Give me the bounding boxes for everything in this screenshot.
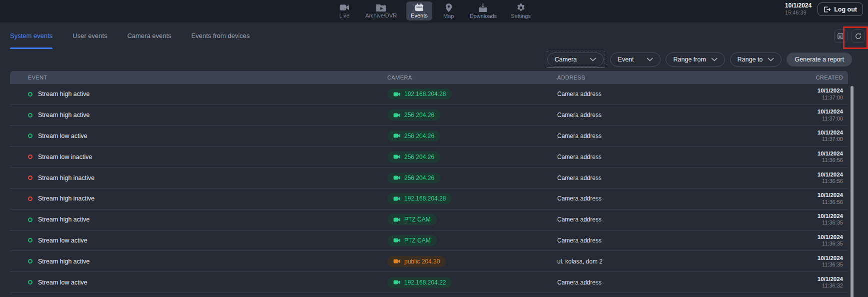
- table-row[interactable]: Stream high active PTZ CAM Camera addres…: [10, 210, 848, 230]
- table-row[interactable]: Stream low active 256 204.26 Camera addr…: [10, 126, 848, 147]
- nav-label: Events: [411, 12, 428, 18]
- event-label: Stream high inactive: [38, 195, 94, 202]
- video-camera-icon: [393, 196, 400, 202]
- camera-name: 192.168.204.22: [404, 279, 446, 286]
- created-date: 10/1/2024: [763, 108, 843, 115]
- tab-events-from-devices[interactable]: Events from devices: [191, 22, 250, 49]
- logout-button[interactable]: Log out: [818, 2, 863, 16]
- nav-item-events[interactable]: Events: [406, 2, 432, 20]
- tab-camera-events[interactable]: Camera events: [127, 22, 171, 49]
- address-cell: Camera address: [557, 174, 763, 182]
- camera-name: 256 204.26: [404, 154, 434, 160]
- event-label: Stream high active: [38, 258, 90, 265]
- generate-report-button[interactable]: Generate a report: [787, 52, 852, 66]
- status-ring-icon: [28, 196, 32, 201]
- status-ring-icon: [28, 280, 32, 284]
- download-box-icon: [479, 4, 487, 12]
- camera-badge[interactable]: 256 204.26: [387, 152, 440, 162]
- range-from-label: Range from: [673, 56, 706, 63]
- table-row[interactable]: Stream high active 256 204.26 Camera add…: [10, 105, 848, 126]
- nav-item-settings[interactable]: Settings: [506, 2, 535, 20]
- table-row[interactable]: Stream low active 192.168.204.22 Camera …: [10, 272, 848, 293]
- report-view-button[interactable]: [834, 30, 848, 43]
- nav-item-downloads[interactable]: Downloads: [465, 2, 501, 20]
- table-body: Stream high active 192.168.204.28 Camera…: [10, 84, 848, 293]
- table-header: EVENT CAMERA ADDRESS CREATED: [10, 71, 848, 84]
- created-time: 11:36:56: [763, 178, 843, 185]
- created-cell: 10/1/2024 11:37:00: [763, 108, 843, 122]
- address-cell: Camera address: [557, 90, 763, 98]
- nav-label: Map: [443, 13, 454, 19]
- nav-label: Downloads: [470, 13, 497, 19]
- camera-badge[interactable]: 256 204.26: [387, 130, 440, 142]
- camera-badge[interactable]: 192.168.204.28: [387, 193, 452, 204]
- table-row[interactable]: Stream high active public 204.30 ul. kol…: [10, 251, 848, 272]
- table-row[interactable]: Stream high inactive 192.168.204.28 Came…: [10, 188, 848, 210]
- event-filter-label: Event: [618, 56, 634, 63]
- event-label: Stream high inactive: [38, 174, 94, 182]
- event-cell: Stream low active: [28, 132, 387, 140]
- event-label: Stream high active: [38, 112, 90, 118]
- created-time: 11:36:56: [763, 199, 843, 206]
- created-cell: 10/1/2024 11:36:35: [763, 254, 843, 268]
- status-ring-icon: [28, 218, 32, 222]
- event-label: Stream low active: [38, 237, 87, 244]
- nav-label: Settings: [511, 13, 531, 19]
- created-date: 10/1/2024: [763, 254, 843, 262]
- created-time: 11:37:00: [763, 136, 843, 143]
- table-row[interactable]: Stream low inactive 256 204.26 Camera ad…: [10, 146, 848, 168]
- created-cell: 10/1/2024 11:36:56: [763, 171, 843, 185]
- camera-badge[interactable]: 192.168.204.22: [387, 277, 452, 288]
- nav-item-live[interactable]: Live: [333, 2, 356, 20]
- created-time: 11:36:56: [763, 157, 843, 164]
- video-camera-icon: [393, 112, 400, 118]
- tab-user-events[interactable]: User events: [72, 22, 107, 49]
- created-cell: 10/1/2024 11:37:00: [763, 87, 843, 101]
- video-camera-icon: [393, 133, 400, 138]
- address-cell: Camera address: [557, 195, 763, 202]
- nav-item-map[interactable]: Map: [437, 2, 460, 20]
- vertical-scrollbar[interactable]: [851, 86, 854, 297]
- tab-system-events[interactable]: System events: [10, 22, 52, 49]
- event-filter-dropdown[interactable]: Event: [610, 52, 661, 66]
- event-label: Stream high active: [38, 90, 90, 98]
- range-to-dropdown[interactable]: Range to: [730, 52, 782, 66]
- camera-name: 192.168.204.28: [404, 195, 446, 202]
- tabs: System events User events Camera events …: [10, 22, 250, 49]
- archive-folder-icon: [376, 4, 386, 12]
- refresh-button[interactable]: [852, 30, 865, 43]
- camera-cell: PTZ CAM: [387, 235, 557, 246]
- range-from-dropdown[interactable]: Range from: [666, 52, 725, 66]
- camera-filter-dropdown[interactable]: Camera: [547, 52, 604, 66]
- camera-badge[interactable]: 256 204.26: [387, 172, 440, 184]
- gear-icon: [517, 4, 525, 12]
- address-cell: Camera address: [557, 112, 763, 118]
- camera-badge[interactable]: PTZ CAM: [387, 214, 437, 225]
- created-date: 10/1/2024: [763, 171, 843, 178]
- event-cell: Stream high inactive: [28, 195, 387, 202]
- created-date: 10/1/2024: [763, 129, 843, 136]
- created-time: 11:36:35: [763, 240, 843, 248]
- camera-name: 256 204.26: [404, 174, 434, 182]
- video-camera-icon: [339, 4, 349, 12]
- created-date: 10/1/2024: [763, 234, 843, 240]
- created-cell: 10/1/2024 11:37:00: [763, 129, 843, 143]
- camera-badge[interactable]: public 204.30: [387, 256, 446, 267]
- created-cell: 10/1/2024 11:36:32: [763, 276, 843, 290]
- table-row[interactable]: Stream high inactive 256 204.26 Camera a…: [10, 168, 848, 188]
- address-cell: Camera address: [557, 216, 763, 223]
- camera-badge[interactable]: 256 204.26: [387, 110, 440, 120]
- camera-badge[interactable]: PTZ CAM: [387, 235, 437, 246]
- events-table: EVENT CAMERA ADDRESS CREATED Stream high…: [10, 71, 848, 297]
- nav-item-archive-dvr[interactable]: Archive/DVR: [361, 2, 401, 20]
- camera-cell: public 204.30: [387, 256, 557, 267]
- event-cell: Stream low active: [28, 237, 387, 244]
- table-row[interactable]: Stream low active PTZ CAM Camera address…: [10, 230, 848, 252]
- table-row[interactable]: Stream high active 192.168.204.28 Camera…: [10, 84, 848, 105]
- video-camera-icon: [393, 92, 400, 97]
- camera-badge[interactable]: 192.168.204.28: [387, 88, 452, 100]
- camera-name: 256 204.26: [404, 112, 434, 118]
- video-camera-icon: [393, 175, 400, 180]
- status-ring-icon: [28, 259, 32, 264]
- created-time: 11:37:00: [763, 94, 843, 102]
